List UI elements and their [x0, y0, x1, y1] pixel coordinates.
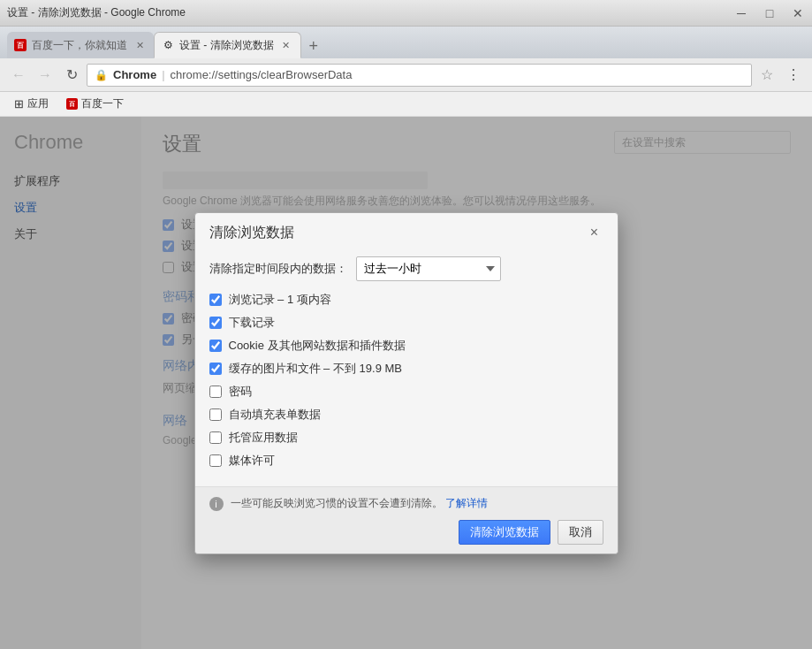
checkbox-history[interactable] — [209, 294, 222, 306]
dialog-close-button[interactable]: × — [586, 224, 603, 241]
tab-settings[interactable]: ⚙ 设置 - 清除浏览数据 ✕ — [154, 32, 301, 58]
checkbox-media[interactable] — [209, 454, 222, 467]
new-tab-button[interactable]: + — [301, 34, 326, 58]
dialog-info-link[interactable]: 了解详情 — [445, 497, 488, 509]
tab-settings-close-icon[interactable]: ✕ — [279, 38, 293, 52]
checkbox-media-label: 媒体许可 — [229, 453, 275, 469]
address-bar: ← → ↻ 🔒 Chrome | chrome://settings/clear… — [0, 58, 812, 92]
title-text: 设置 - 清除浏览数据 - Google Chrome — [7, 5, 186, 20]
bookmark-star-button[interactable]: ☆ — [755, 64, 778, 87]
checkbox-downloads-label: 下载记录 — [229, 315, 275, 331]
url-path: chrome://settings/clearBrowserData — [171, 68, 353, 81]
checkbox-cookies-label: Cookie 及其他网站数据和插件数据 — [229, 338, 406, 354]
dialog-action-row: 清除浏览数据 取消 — [209, 520, 603, 545]
cancel-button[interactable]: 取消 — [558, 520, 603, 545]
dialog-checkbox-hosted-apps: 托管应用数据 — [209, 430, 603, 446]
bookmark-baidu-label: 百度一下 — [81, 96, 124, 111]
main-content: Chrome 扩展程序 设置 关于 设置 Google Chrome 浏览器可能… — [0, 117, 812, 649]
baidu-bookmark-favicon-icon: 百 — [66, 98, 78, 110]
minimize-button[interactable]: ─ — [727, 0, 755, 27]
checkbox-downloads[interactable] — [209, 317, 222, 329]
dialog-checkbox-history: 浏览记录 – 1 项内容 — [209, 292, 603, 308]
title-bar-left: 设置 - 清除浏览数据 - Google Chrome — [7, 5, 186, 20]
bookmark-apps[interactable]: ⊞ 应用 — [7, 95, 56, 113]
dialog-overlay: 清除浏览数据 × 清除指定时间段内的数据： 过去一小时 过去一天 过去一周 过去… — [0, 117, 812, 649]
checkbox-hosted-apps[interactable] — [209, 431, 222, 444]
checkbox-cache[interactable] — [209, 363, 222, 375]
forward-button[interactable]: → — [34, 64, 57, 87]
checkbox-autofill[interactable] — [209, 408, 222, 421]
time-range-label: 清除指定时间段内的数据： — [209, 261, 347, 277]
dialog-checkbox-autofill: 自动填充表单数据 — [209, 407, 603, 423]
checkbox-passwords-label: 密码 — [229, 384, 252, 400]
checkbox-passwords[interactable] — [209, 386, 222, 398]
clear-data-button[interactable]: 清除浏览数据 — [459, 520, 550, 545]
maximize-button[interactable]: □ — [755, 0, 784, 27]
back-button[interactable]: ← — [7, 64, 30, 87]
clear-browser-data-dialog: 清除浏览数据 × 清除指定时间段内的数据： 过去一小时 过去一天 过去一周 过去… — [194, 212, 618, 554]
title-bar-buttons: ─ □ ✕ — [727, 0, 812, 27]
url-lock-icon: 🔒 — [95, 69, 108, 81]
tab-baidu[interactable]: 百 百度一下，你就知道 ✕ — [7, 32, 154, 58]
checkbox-hosted-apps-label: 托管应用数据 — [229, 430, 298, 446]
url-bar[interactable]: 🔒 Chrome | chrome://settings/clearBrowse… — [87, 64, 752, 87]
tab-baidu-close-icon[interactable]: ✕ — [133, 38, 147, 52]
title-bar: 设置 - 清除浏览数据 - Google Chrome ─ □ ✕ — [0, 0, 812, 27]
bookmark-apps-label: 应用 — [27, 96, 49, 111]
dialog-footer: i 一些可能反映浏览习惯的设置不会遭到清除。 了解详情 清除浏览数据 取消 — [195, 486, 618, 554]
dialog-title: 清除浏览数据 — [209, 224, 294, 242]
tab-settings-label: 设置 - 清除浏览数据 — [179, 38, 274, 53]
checkbox-cookies[interactable] — [209, 340, 222, 352]
baidu-favicon-icon: 百 — [14, 39, 27, 51]
tab-baidu-label: 百度一下，你就知道 — [32, 38, 127, 53]
settings-favicon-icon: ⚙ — [162, 39, 174, 51]
checkbox-cache-label: 缓存的图片和文件 – 不到 19.9 MB — [229, 361, 402, 377]
time-range-select[interactable]: 过去一小时 过去一天 过去一周 过去四周 自安装以来的所有内容 — [356, 256, 501, 281]
dialog-header: 清除浏览数据 × — [195, 213, 618, 249]
chrome-menu-button[interactable]: ⋮ — [782, 64, 805, 87]
apps-grid-icon: ⊞ — [14, 97, 24, 111]
dialog-info-row: i 一些可能反映浏览习惯的设置不会遭到清除。 了解详情 — [209, 496, 603, 511]
url-brand: Chrome — [113, 68, 156, 81]
dialog-checkbox-downloads: 下载记录 — [209, 315, 603, 331]
tab-bar: 百 百度一下，你就知道 ✕ ⚙ 设置 - 清除浏览数据 ✕ + — [0, 27, 812, 58]
checkbox-history-label: 浏览记录 – 1 项内容 — [229, 292, 331, 308]
reload-button[interactable]: ↻ — [60, 64, 83, 87]
bookmark-baidu[interactable]: 百 百度一下 — [59, 95, 131, 113]
dialog-checkbox-cache: 缓存的图片和文件 – 不到 19.9 MB — [209, 361, 603, 377]
bookmarks-bar: ⊞ 应用 百 百度一下 — [0, 92, 812, 117]
window-close-button[interactable]: ✕ — [784, 0, 812, 27]
dialog-checkbox-media: 媒体许可 — [209, 453, 603, 469]
dialog-checkbox-passwords: 密码 — [209, 384, 603, 400]
dialog-body: 清除指定时间段内的数据： 过去一小时 过去一天 过去一周 过去四周 自安装以来的… — [195, 249, 618, 486]
dialog-checkbox-cookies: Cookie 及其他网站数据和插件数据 — [209, 338, 603, 354]
dialog-info-text: 一些可能反映浏览习惯的设置不会遭到清除。 了解详情 — [231, 496, 488, 511]
checkbox-autofill-label: 自动填充表单数据 — [229, 407, 321, 423]
url-separator: | — [162, 68, 164, 81]
time-range-row: 清除指定时间段内的数据： 过去一小时 过去一天 过去一周 过去四周 自安装以来的… — [209, 256, 603, 281]
info-icon: i — [209, 497, 224, 511]
